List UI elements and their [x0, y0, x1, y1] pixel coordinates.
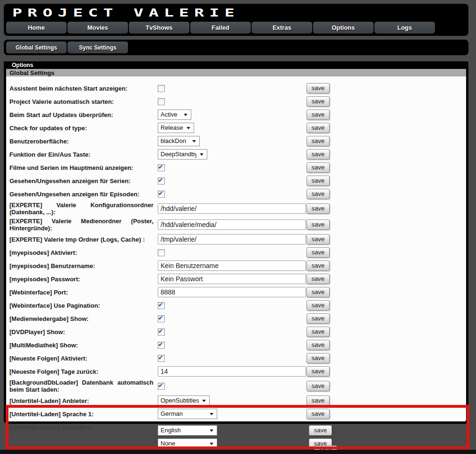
text-input[interactable] — [158, 203, 306, 214]
save-button[interactable]: save — [306, 203, 330, 214]
checkbox-checked[interactable] — [158, 177, 165, 185]
save-button[interactable]: save — [306, 109, 330, 120]
select-input[interactable]: OpenSubtitles — [158, 396, 209, 405]
select-dropdown[interactable]: Release — [158, 123, 194, 133]
checkbox-checked[interactable] — [158, 315, 165, 322]
save-button[interactable]: save — [306, 395, 330, 406]
select-dropdown[interactable]: DeepStandby — [158, 149, 207, 160]
settings-list: Assistent beim nächsten Start anzeigen:s… — [6, 76, 466, 421]
setting-control — [158, 164, 306, 171]
subnav-tab-global-settings[interactable]: Global Settings — [6, 42, 67, 53]
save-button[interactable]: save — [306, 409, 330, 419]
select-dropdown[interactable]: OpenSubtitles — [158, 395, 210, 406]
setting-control: None — [158, 438, 309, 449]
save-button[interactable]: save — [306, 149, 330, 160]
save-button[interactable]: save — [306, 162, 330, 173]
save-button[interactable]: save — [306, 353, 330, 363]
nav-tab-extras[interactable]: Extras — [252, 22, 312, 34]
setting-control: German — [158, 409, 306, 419]
nav-tab-failed[interactable]: Failed — [190, 22, 251, 34]
select-dropdown[interactable]: None — [158, 438, 217, 449]
save-button[interactable]: save — [306, 274, 330, 284]
settings-row: [Untertitel-Laden] Sprache 1:Germansave — [6, 407, 466, 420]
save-button[interactable]: save — [306, 136, 330, 146]
checkbox-checked[interactable] — [158, 164, 165, 171]
checkbox-checked[interactable] — [158, 383, 165, 390]
text-input[interactable] — [158, 219, 306, 230]
settings-row: Assistent beim nächsten Start anzeigen:s… — [6, 82, 466, 95]
settings-row: Project Valerie automatisch starten:save — [6, 95, 466, 108]
save-button[interactable]: save — [306, 247, 330, 258]
select-input[interactable]: Active — [158, 110, 191, 119]
save-button[interactable]: save — [306, 96, 330, 107]
select-dropdown[interactable]: blackDon — [158, 136, 200, 146]
settings-row: Funktion der Ein/Aus Taste:DeepStandbysa… — [6, 148, 466, 161]
text-input[interactable] — [158, 366, 306, 377]
nav-tab-movies[interactable]: Movies — [68, 22, 128, 34]
nav-tab-home[interactable]: Home — [6, 22, 67, 34]
setting-control — [158, 355, 306, 362]
settings-list-overflow: [Untertitel-Laden] Sprache 2:Englishsave… — [6, 424, 471, 450]
subnav-tab-sync-settings[interactable]: Sync Settings — [68, 42, 128, 53]
select-input[interactable]: English — [158, 426, 217, 435]
select-input[interactable]: German — [158, 409, 217, 419]
nav-tab-logs[interactable]: Logs — [374, 22, 435, 34]
save-button[interactable]: save — [306, 234, 330, 244]
save-button[interactable]: save — [306, 83, 330, 93]
app-logo: PROJECT VALERIE — [12, 7, 239, 19]
main-nav: HomeMoviesTvShowsFailedExtrasOptionsLogs — [6, 22, 435, 34]
setting-control — [158, 328, 306, 336]
select-input[interactable]: DeepStandby — [158, 150, 207, 159]
select-dropdown[interactable]: English — [158, 425, 217, 436]
checkbox-unchecked[interactable] — [158, 249, 165, 256]
checkbox-checked[interactable] — [158, 191, 165, 198]
save-button[interactable]: save — [306, 261, 330, 271]
setting-label: [Untertitel-Laden] Anbieter: — [9, 397, 153, 404]
text-input[interactable] — [158, 261, 306, 271]
setting-label: [EXPERTE] Valerie tmp Ordner (Logs, Cach… — [9, 236, 153, 243]
settings-row: [myepisodes] Aktiviert:save — [6, 246, 466, 259]
nav-tab-options[interactable]: Options — [313, 22, 374, 34]
checkbox-checked[interactable] — [158, 302, 165, 309]
select-dropdown[interactable]: German — [158, 409, 217, 419]
save-button[interactable]: save — [306, 189, 330, 199]
save-button[interactable]: save — [306, 176, 330, 186]
text-input[interactable] — [158, 234, 306, 244]
settings-row: [Webinterface] Port:save — [6, 286, 466, 299]
save-button[interactable]: save — [306, 313, 330, 324]
select-input[interactable]: Release — [158, 123, 194, 133]
settings-row: Beim Start auf Updates überprüfen:Active… — [6, 108, 466, 121]
save-button[interactable]: save — [306, 340, 330, 350]
checkbox-unchecked[interactable] — [158, 98, 165, 105]
save-button[interactable]: save — [306, 300, 330, 311]
setting-label: Gesehen/Ungesehen anzeigen für Serien: — [9, 177, 153, 185]
save-button[interactable]: save — [306, 327, 330, 337]
save-button[interactable]: save — [306, 381, 330, 391]
text-input[interactable] — [158, 287, 306, 297]
text-input[interactable] — [158, 274, 306, 284]
save-button[interactable]: save — [306, 366, 330, 377]
settings-row: Benutzeroberfläche:blackDonsave — [6, 135, 466, 148]
select-input[interactable]: None — [158, 439, 217, 448]
setting-control — [158, 315, 306, 322]
setting-control: OpenSubtitles — [158, 395, 306, 406]
save-button[interactable]: save — [309, 425, 332, 436]
save-button[interactable]: save — [306, 123, 330, 133]
setting-label: [BackgroundDbLoader] Datenbank automatis… — [9, 379, 153, 393]
checkbox-checked[interactable] — [158, 355, 165, 362]
settings-row: [Untertitel-Laden] Sprache 2:Englishsave — [6, 424, 471, 437]
save-button[interactable]: save — [306, 287, 330, 297]
select-input[interactable]: blackDon — [158, 136, 199, 146]
select-dropdown[interactable]: Active — [158, 109, 191, 120]
setting-control — [158, 234, 306, 244]
save-button[interactable]: save — [306, 219, 330, 230]
checkbox-checked[interactable] — [158, 328, 165, 336]
settings-row: [Medienwiedergabe] Show:save — [6, 312, 466, 325]
setting-control — [158, 249, 306, 256]
setting-control — [158, 274, 306, 284]
nav-tab-tvshows[interactable]: TvShows — [129, 22, 189, 34]
settings-row: Gesehen/Ungesehen anzeigen für Serien:sa… — [6, 174, 466, 187]
checkbox-unchecked[interactable] — [158, 85, 165, 92]
checkbox-checked[interactable] — [158, 342, 165, 349]
setting-label: [Neueste Folgen] Tage zurück: — [9, 368, 153, 375]
